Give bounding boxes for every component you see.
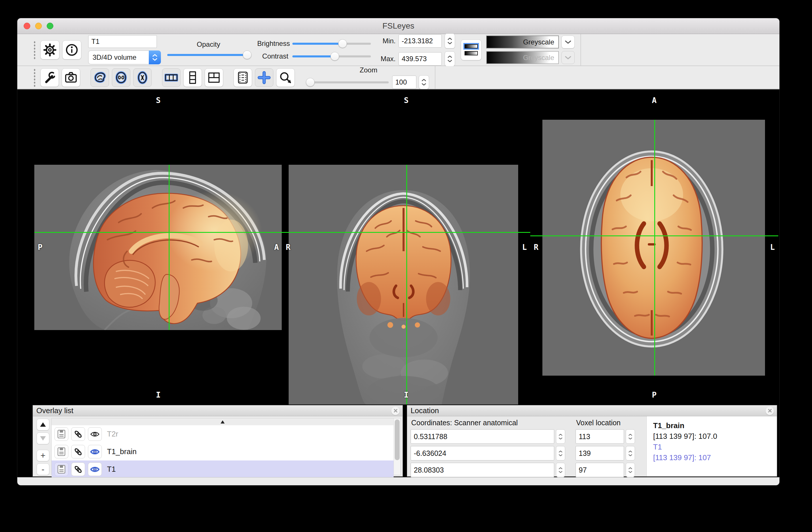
scroll-up-hint[interactable] bbox=[52, 418, 394, 425]
location-header: Location bbox=[407, 405, 777, 416]
overlay-row-t1-brain[interactable]: T1_brain bbox=[52, 443, 394, 460]
brain-axial-icon bbox=[135, 71, 149, 85]
axial-slice-image bbox=[542, 120, 765, 376]
overlay-list-scrollbar[interactable] bbox=[394, 418, 401, 475]
scrollbar-thumb[interactable] bbox=[395, 419, 400, 460]
zoom-value-input[interactable] bbox=[392, 75, 416, 89]
overlay-row-t2r[interactable]: T2r bbox=[52, 425, 394, 443]
coronal-crosshair-horizontal[interactable] bbox=[282, 232, 530, 233]
save-overlay-button[interactable] bbox=[55, 427, 68, 441]
zoom-stepper[interactable] bbox=[419, 75, 429, 89]
world-y-field[interactable]: -6.636024 bbox=[411, 446, 554, 460]
world-x-stepper[interactable] bbox=[556, 429, 565, 444]
eye-icon bbox=[90, 431, 100, 438]
movie-icon bbox=[236, 71, 250, 85]
sagittal-crosshair-horizontal[interactable] bbox=[34, 232, 282, 233]
unlink-overlay-button[interactable] bbox=[71, 427, 85, 441]
world-z-stepper[interactable] bbox=[556, 463, 565, 477]
move-overlay-down-button[interactable] bbox=[37, 433, 49, 444]
info-line-value: [113 139 97]: 107.0 bbox=[653, 431, 777, 442]
axial-viewport[interactable]: A P R L bbox=[530, 89, 778, 405]
voxel-z-field[interactable]: 97 bbox=[576, 463, 624, 477]
toggle-axial-canvas-button[interactable] bbox=[133, 68, 152, 87]
add-overlay-button[interactable]: + bbox=[37, 450, 49, 462]
opacity-slider[interactable] bbox=[167, 50, 250, 59]
colormap-value: Greyscale bbox=[523, 38, 554, 46]
sagittal-viewport[interactable]: S I P A bbox=[34, 89, 282, 405]
min-stepper[interactable] bbox=[445, 33, 455, 48]
overlay-list-panel: Overlay list + - bbox=[33, 405, 403, 477]
voxel-z-stepper[interactable] bbox=[626, 463, 635, 477]
zoom-slider[interactable] bbox=[308, 78, 389, 87]
overlay-type-select[interactable]: 3D/4D volume bbox=[88, 51, 161, 64]
unlink-overlay-button[interactable] bbox=[71, 462, 85, 476]
wrench-icon bbox=[43, 71, 56, 84]
movie-mode-button[interactable] bbox=[234, 68, 252, 87]
voxel-x-field[interactable]: 113 bbox=[576, 429, 624, 444]
zoom-reset-icon bbox=[278, 71, 292, 85]
zoom-reset-button[interactable] bbox=[276, 68, 295, 87]
save-overlay-button[interactable] bbox=[55, 445, 68, 459]
colormap-options-button[interactable] bbox=[461, 40, 481, 60]
toggle-visibility-button[interactable] bbox=[88, 445, 102, 459]
voxel-value-info: T1_brain [113 139 97]: 107.0 T1 [113 139… bbox=[647, 416, 777, 476]
contrast-label: Contrast bbox=[257, 52, 288, 60]
toolbar-grip[interactable] bbox=[33, 68, 36, 87]
unlink-overlay-button[interactable] bbox=[71, 445, 85, 459]
coronal-viewport[interactable]: S I R L bbox=[282, 89, 530, 405]
toggle-coronal-canvas-button[interactable] bbox=[112, 68, 130, 87]
zoom-control: Zoom bbox=[308, 66, 429, 89]
overlay-info-button[interactable] bbox=[62, 40, 81, 59]
colormap-select[interactable]: Greyscale bbox=[486, 36, 559, 48]
close-window-button[interactable] bbox=[24, 23, 30, 29]
minimize-window-button[interactable] bbox=[35, 23, 42, 29]
toggle-visibility-button[interactable] bbox=[88, 462, 102, 476]
voxel-y-stepper[interactable] bbox=[626, 446, 635, 460]
view-settings-button[interactable] bbox=[40, 68, 59, 87]
toolbar-grip[interactable] bbox=[33, 41, 36, 59]
coronal-crosshair-vertical[interactable] bbox=[406, 165, 407, 405]
max-value-input[interactable] bbox=[398, 52, 442, 66]
overlay-list-close-button[interactable] bbox=[391, 406, 400, 415]
window-title: FSLeyes bbox=[382, 22, 415, 31]
move-overlay-up-button[interactable] bbox=[37, 419, 49, 431]
grid-layout-icon bbox=[207, 71, 221, 85]
vertical-layout-button[interactable] bbox=[184, 68, 202, 87]
overlay-display-settings-button[interactable] bbox=[40, 40, 59, 59]
orientation-label-superior: S bbox=[404, 96, 409, 105]
traffic-lights bbox=[24, 23, 53, 29]
axial-crosshair-horizontal[interactable] bbox=[530, 235, 778, 236]
world-y-stepper[interactable] bbox=[556, 446, 565, 460]
maximize-window-button[interactable] bbox=[47, 23, 53, 29]
orientation-label-inferior: I bbox=[404, 390, 409, 399]
toggle-visibility-button[interactable] bbox=[88, 427, 102, 441]
save-icon bbox=[57, 430, 66, 439]
save-overlay-button[interactable] bbox=[55, 462, 68, 476]
orientation-label-anterior: A bbox=[652, 96, 656, 105]
max-stepper[interactable] bbox=[445, 51, 455, 66]
min-value-input[interactable] bbox=[398, 34, 442, 47]
world-x-field[interactable]: 0.5311788 bbox=[411, 429, 554, 444]
overlay-name-input[interactable] bbox=[88, 35, 157, 48]
overlay-type-value: 3D/4D volume bbox=[92, 53, 136, 61]
crosshair-mode-button[interactable] bbox=[255, 68, 273, 87]
eye-visible-icon bbox=[90, 466, 100, 473]
horizontal-layout-button[interactable] bbox=[162, 68, 180, 87]
screenshot-button[interactable] bbox=[62, 68, 80, 87]
location-close-button[interactable] bbox=[766, 406, 774, 415]
voxel-x-row: 113 bbox=[576, 429, 642, 444]
location-panel: Location Coordinates: Scanner anatomical… bbox=[407, 405, 777, 477]
contrast-slider[interactable] bbox=[292, 52, 371, 61]
sagittal-crosshair-vertical[interactable] bbox=[169, 165, 170, 330]
voxel-y-field[interactable]: 139 bbox=[576, 446, 624, 460]
toggle-sagittal-canvas-button[interactable] bbox=[90, 68, 109, 87]
voxel-x-stepper[interactable] bbox=[626, 429, 635, 444]
colormap-dropdown-button[interactable] bbox=[562, 36, 575, 48]
axial-crosshair-vertical[interactable] bbox=[654, 120, 655, 376]
grid-layout-button[interactable] bbox=[205, 68, 223, 87]
brightness-slider[interactable] bbox=[292, 39, 371, 48]
overlay-row-t1[interactable]: T1 bbox=[52, 460, 394, 478]
remove-overlay-button[interactable]: - bbox=[37, 463, 49, 475]
world-z-field[interactable]: 28.08303 bbox=[411, 463, 554, 477]
save-icon bbox=[57, 447, 66, 457]
